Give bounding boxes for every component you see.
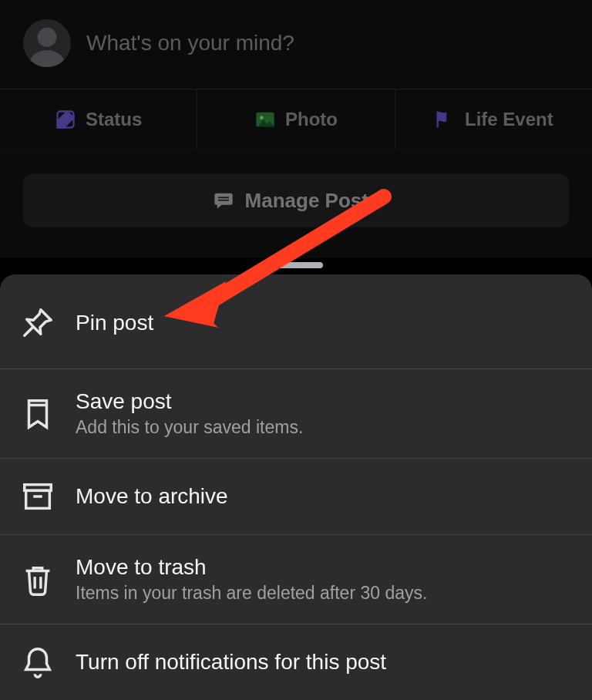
manage-posts-button[interactable]: Manage Posts (23, 173, 569, 227)
tab-status-label: Status (86, 109, 142, 130)
menu-move-archive[interactable]: Move to archive (0, 459, 592, 535)
menu-pin-post[interactable]: Pin post (0, 274, 592, 369)
tab-status[interactable]: Status (0, 89, 197, 150)
composer-row[interactable]: What's on your mind? (0, 0, 592, 89)
manage-posts-label: Manage Posts (245, 189, 380, 213)
svg-rect-7 (26, 490, 50, 508)
tab-photo[interactable]: Photo (197, 89, 395, 150)
menu-pin-title: Pin post (76, 311, 153, 335)
svg-rect-5 (218, 200, 229, 201)
photo-icon (254, 109, 276, 130)
svg-point-3 (260, 116, 264, 119)
sheet-drag-handle[interactable] (269, 262, 323, 268)
tab-photo-label: Photo (285, 109, 338, 130)
svg-point-0 (38, 28, 57, 47)
bookmark-icon (20, 396, 56, 432)
avatar-placeholder-icon (23, 19, 71, 67)
composer-placeholder: What's on your mind? (86, 31, 294, 56)
menu-trash-title: Move to trash (76, 555, 427, 580)
avatar (23, 19, 71, 67)
composer-tabs: Status Photo Life Event (0, 89, 592, 150)
manage-posts-wrap: Manage Posts (0, 150, 592, 258)
background-dimmed: What's on your mind? Status Photo (0, 0, 592, 258)
post-action-sheet: Pin post Save post Add this to your save… (0, 274, 592, 700)
menu-archive-title: Move to archive (76, 484, 228, 509)
menu-turn-off-notifications[interactable]: Turn off notifications for this post (0, 624, 592, 700)
tab-life-event-label: Life Event (465, 109, 553, 130)
menu-mute-title: Turn off notifications for this post (76, 650, 386, 675)
menu-save-post[interactable]: Save post Add this to your saved items. (0, 369, 592, 459)
compose-icon (55, 109, 76, 130)
chat-list-icon (213, 190, 234, 211)
tab-life-event[interactable]: Life Event (395, 89, 592, 150)
archive-icon (20, 479, 56, 514)
pin-icon (20, 305, 56, 341)
menu-trash-sub: Items in your trash are deleted after 30… (76, 583, 427, 604)
menu-save-sub: Add this to your saved items. (76, 417, 303, 438)
menu-move-trash[interactable]: Move to trash Items in your trash are de… (0, 535, 592, 624)
svg-rect-4 (218, 197, 229, 198)
flag-icon (434, 109, 456, 130)
trash-icon (20, 562, 56, 597)
menu-save-title: Save post (76, 389, 303, 414)
bell-icon (20, 644, 56, 680)
